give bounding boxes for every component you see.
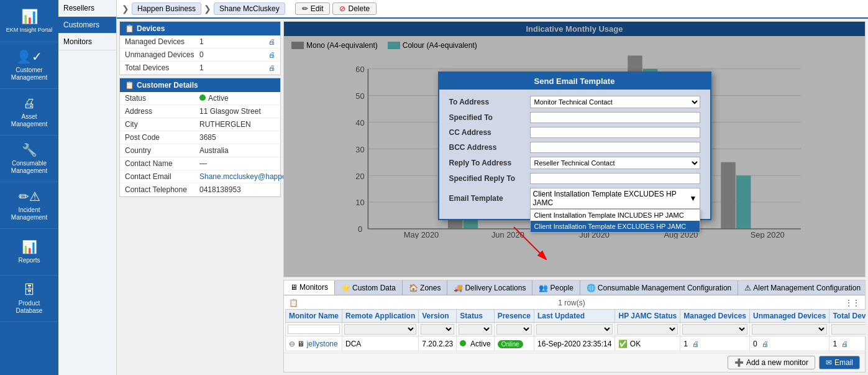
- edit-button[interactable]: ✏ Edit: [295, 2, 331, 15]
- filter-name[interactable]: [286, 323, 342, 336]
- asset-management-icon: 🖨: [23, 96, 35, 111]
- column-toggle-icon[interactable]: ⋮⋮: [845, 299, 860, 307]
- send-email-modal: Send Email Template To Address Monitor T…: [438, 72, 711, 220]
- delete-button[interactable]: ⊘ Delete: [332, 2, 377, 15]
- filter-hp-jamc[interactable]: [615, 323, 680, 336]
- tab-delivery-locations[interactable]: 🚚 Delivery Locations: [447, 280, 532, 295]
- contact-telephone-row: Contact Telephone 0418138953: [120, 183, 280, 197]
- cc-address-label: CC Address: [449, 128, 530, 137]
- tab-alert-config[interactable]: ⚠ Alert Management Configuration: [738, 280, 865, 295]
- dropdown-trigger[interactable]: Client Installation Template EXCLUDES HP…: [530, 188, 700, 209]
- filter-managed-select[interactable]: [682, 324, 747, 335]
- row-minus-icon[interactable]: ⊖: [289, 340, 295, 348]
- sidebar-item-product-database[interactable]: 🗄 ProductDatabase: [0, 275, 58, 322]
- specified-reply-label: Specified Reply To: [449, 174, 530, 183]
- customer-details-panel: 📋 Customer Details Status Active Address…: [119, 78, 281, 197]
- col-unmanaged-devices: Unmanaged Devices: [749, 310, 829, 323]
- filter-unmanaged[interactable]: [749, 323, 829, 336]
- postcode-label: Post Code: [125, 133, 199, 142]
- tab-people[interactable]: 👥 People: [532, 280, 580, 295]
- nav-resellers[interactable]: Resellers: [58, 0, 116, 17]
- tab-consumable-config[interactable]: 🌐 Consumable Management Configuration: [580, 280, 738, 295]
- chevron-icon-1: ❯: [122, 4, 129, 14]
- total-devices-label: Total Devices: [125, 63, 199, 72]
- bcc-address-input[interactable]: [530, 142, 700, 153]
- specified-reply-input[interactable]: [530, 173, 700, 184]
- status-value: Active: [199, 94, 275, 103]
- print-icon-managed-row[interactable]: 🖨: [692, 340, 699, 348]
- sidebar-item-label-reports: Reports: [18, 257, 40, 264]
- cell-name-value[interactable]: jellystone: [307, 340, 338, 348]
- breadcrumb-shane-mccluskey[interactable]: Shane McCluskey: [214, 2, 285, 15]
- breadcrumb-area: ❯ Happen Business ❯ Shane McCluskey ✏ Ed…: [117, 0, 868, 19]
- reports-icon: 📊: [22, 239, 37, 254]
- tab-alert-label: Alert Management Configuration: [753, 284, 861, 292]
- filter-status-select[interactable]: [459, 324, 491, 335]
- cell-status-value: Active: [470, 340, 491, 348]
- email-button[interactable]: ✉ Email: [819, 356, 860, 369]
- cc-address-input[interactable]: [530, 127, 700, 138]
- nav-monitors[interactable]: Monitors: [58, 34, 116, 50]
- nav-customers[interactable]: Customers: [58, 17, 116, 34]
- filter-last-updated-select[interactable]: [536, 324, 613, 335]
- add-monitor-button[interactable]: ➕ Add a new monitor: [728, 356, 815, 369]
- cell-version: 7.20.2.23: [419, 336, 457, 351]
- print-icon-unmanaged-row[interactable]: 🖨: [762, 340, 769, 348]
- add-monitor-label: Add a new monitor: [746, 358, 808, 367]
- filter-hp-jamc-select[interactable]: [617, 324, 678, 335]
- table-info: 📋 1 row(s) ⋮⋮: [285, 297, 864, 309]
- filter-managed[interactable]: [680, 323, 750, 336]
- filter-status[interactable]: [457, 323, 494, 336]
- tab-monitors-label: Monitors: [299, 283, 328, 292]
- devices-title: Devices: [137, 24, 165, 33]
- contact-email-row: Contact Email Shane.mccluskey@happen.biz: [120, 170, 280, 183]
- managed-devices-row: Managed Devices 1 🖨: [120, 35, 280, 49]
- cell-hp-jamc: ✅ OK: [615, 336, 680, 351]
- reply-to-select[interactable]: Reseller Technical Contact: [530, 157, 700, 169]
- filter-remote-app[interactable]: [342, 323, 419, 336]
- product-database-icon: 🗄: [23, 283, 35, 297]
- filter-total[interactable]: [829, 323, 866, 336]
- print-icon-total[interactable]: 🖨: [268, 64, 275, 72]
- tab-zones[interactable]: 🏠 Zones: [403, 280, 447, 295]
- print-icon-unmanaged[interactable]: 🖨: [268, 51, 275, 58]
- print-icon-total-row[interactable]: 🖨: [841, 340, 848, 348]
- filter-presence[interactable]: [494, 323, 534, 336]
- filter-version[interactable]: [419, 323, 457, 336]
- col-version: Version: [419, 310, 457, 323]
- dropdown-option-1[interactable]: Client Installation Template INCLUDES HP…: [531, 210, 700, 221]
- filter-version-select[interactable]: [421, 324, 454, 335]
- dropdown-option-2[interactable]: Client Installation Template EXCLUDES HP…: [531, 221, 700, 232]
- filter-last-updated[interactable]: [534, 323, 615, 336]
- filter-total-select[interactable]: [831, 324, 866, 335]
- tab-custom-data[interactable]: ⭐ Custom Data: [335, 280, 403, 295]
- sidebar-item-customer-management[interactable]: 👤✓ CustomerManagement: [0, 42, 58, 89]
- filter-remote-app-select[interactable]: [344, 324, 416, 335]
- monitor-icons: 🖥: [297, 340, 304, 348]
- email-template-dropdown[interactable]: Client Installation Template EXCLUDES HP…: [530, 188, 700, 209]
- breadcrumb-happen-business[interactable]: Happen Business: [132, 2, 201, 15]
- monitors-table: Monitor Name Remote Application Version …: [285, 309, 866, 351]
- to-address-select[interactable]: Monitor Technical Contact: [530, 96, 700, 108]
- tab-delivery-label: Delivery Locations: [465, 284, 526, 292]
- modal-title: Send Email Template: [439, 73, 710, 90]
- total-devices-value: 1: [199, 63, 266, 72]
- filter-name-input[interactable]: [288, 325, 340, 334]
- contact-name-value: —: [199, 159, 275, 168]
- sidebar-item-consumable-management[interactable]: 🔧 ConsumableManagement: [0, 136, 58, 182]
- col-status: Status: [457, 310, 494, 323]
- filter-presence-select[interactable]: [496, 324, 532, 335]
- tab-monitors[interactable]: 🖥 Monitors: [284, 280, 335, 295]
- tabs-row: 🖥 Monitors ⭐ Custom Data 🏠 Zones: [284, 280, 865, 295]
- sidebar-item-label-incident: IncidentManagement: [11, 206, 47, 221]
- filter-unmanaged-select[interactable]: [752, 324, 827, 335]
- presence-badge: Online: [498, 340, 523, 348]
- specified-to-input[interactable]: [530, 112, 700, 123]
- sidebar-item-reports[interactable]: 📊 Reports: [0, 229, 58, 275]
- print-icon-managed[interactable]: 🖨: [268, 38, 275, 45]
- ok-check-icon: ✅: [618, 340, 628, 348]
- reply-to-row: Reply To Address Reseller Technical Cont…: [449, 157, 700, 169]
- sidebar-item-asset-management[interactable]: 🖨 AssetManagement: [0, 89, 58, 136]
- tab-people-label: People: [550, 284, 573, 292]
- sidebar-item-incident-management[interactable]: ✏⚠ IncidentManagement: [0, 182, 58, 229]
